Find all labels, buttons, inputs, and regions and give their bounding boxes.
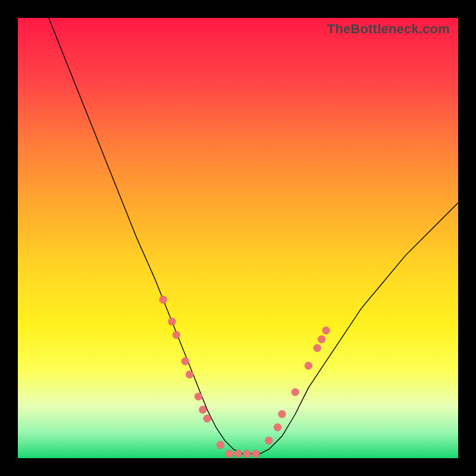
marker-cluster-left [168,318,176,325]
marker-cluster-right [292,389,299,396]
marker-cluster-right [278,411,286,418]
marker-dots [159,296,330,458]
chart-stage: TheBottleneck.com [0,0,476,476]
marker-cluster-left [186,371,193,378]
bottleneck-curve [49,18,458,454]
marker-floor [217,441,224,449]
marker-cluster-left [173,331,180,339]
plot-area: TheBottleneck.com [18,18,458,458]
watermark-text: TheBottleneck.com [327,21,450,37]
marker-cluster-left [203,415,211,422]
marker-cluster-right [265,437,273,444]
marker-cluster-left [195,393,202,400]
marker-cluster-right [274,424,281,431]
marker-floor [226,450,233,458]
marker-cluster-left [181,358,189,365]
marker-cluster-left [159,296,167,303]
marker-cluster-right [305,362,312,369]
marker-cluster-right [318,336,325,343]
marker-floor [252,450,259,458]
marker-cluster-left [199,406,206,414]
marker-cluster-right [322,327,330,334]
marker-floor [243,450,250,458]
marker-floor [234,450,242,458]
curve-layer [18,18,458,458]
marker-cluster-right [314,345,321,352]
